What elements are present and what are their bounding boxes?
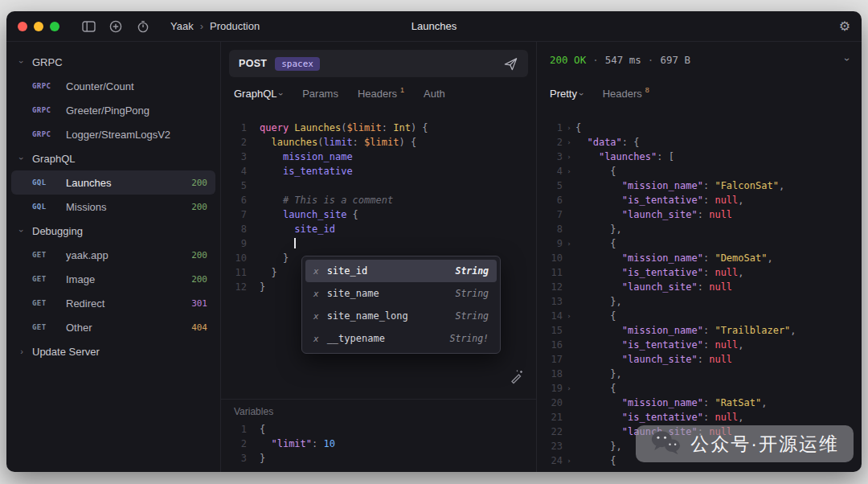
line-number: 2 xyxy=(542,135,563,150)
line-number: 20 xyxy=(542,396,563,410)
sidebar-item-missions[interactable]: GQLMissions200 xyxy=(11,195,215,219)
line-number: 3 xyxy=(226,451,247,466)
fold-chevron-icon[interactable]: › xyxy=(563,121,575,135)
tab-headers[interactable]: Headers1 xyxy=(358,88,404,100)
code-line: 5 xyxy=(226,178,536,193)
response-time: 547 ms xyxy=(605,54,641,66)
code-line: 3› "launches": [ xyxy=(542,150,862,164)
chevron-down-icon: › xyxy=(17,227,27,235)
tab-params[interactable]: Params xyxy=(302,88,338,100)
history-timer-icon[interactable] xyxy=(132,17,154,36)
fold-chevron-icon[interactable]: › xyxy=(563,309,575,323)
breadcrumb[interactable]: Yaak › Production xyxy=(170,20,260,32)
fold-gutter xyxy=(563,396,575,410)
code-line: 8 site_id xyxy=(226,222,536,236)
response-size: 697 B xyxy=(660,54,690,66)
status-code-badge: 404 xyxy=(191,322,207,333)
fold-chevron-icon[interactable]: › xyxy=(563,381,575,396)
code-line: 6 # This is a comment xyxy=(226,193,536,207)
fold-chevron-icon[interactable]: › xyxy=(563,135,575,150)
line-number: 1 xyxy=(542,121,563,135)
sidebar-group-grpc[interactable]: ›GRPC xyxy=(11,50,215,74)
tab-headers[interactable]: Headers8 xyxy=(603,88,649,100)
fold-gutter xyxy=(563,294,575,309)
line-number: 7 xyxy=(542,207,563,222)
sidebar-item-yaak-app[interactable]: GETyaak.app200 xyxy=(11,243,215,267)
variables-editor[interactable]: 1{2 "limit": 103} xyxy=(221,420,536,466)
workspace-name: Production xyxy=(210,20,260,32)
response-history-chevron-icon[interactable]: › xyxy=(845,54,849,65)
status-code-badge: 200 xyxy=(191,202,207,212)
close-button[interactable] xyxy=(18,22,27,31)
autocomplete-item-typename[interactable]: x__typenameString! xyxy=(305,327,497,350)
send-button[interactable] xyxy=(503,56,518,72)
status-code-badge: 200 xyxy=(191,250,207,260)
autocomplete-item-site-id[interactable]: xsite_idString xyxy=(305,260,497,282)
tab-pretty[interactable]: Pretty› xyxy=(550,88,583,100)
fold-gutter xyxy=(247,265,260,280)
fold-chevron-icon[interactable]: › xyxy=(563,164,575,178)
sidebar-item-greeter-pingpong[interactable]: GRPCGreeter/PingPong xyxy=(11,98,215,122)
sidebar-toggle-icon[interactable] xyxy=(77,17,100,36)
line-number: 1 xyxy=(226,121,247,135)
zoom-button[interactable] xyxy=(50,22,59,31)
autocomplete-item-site-name-long[interactable]: xsite_name_longString xyxy=(305,305,497,327)
sidebar-group-label: Update Server xyxy=(32,346,100,358)
code-line: 17 "launch_site": null xyxy=(542,352,862,367)
app-name: Yaak xyxy=(170,20,194,32)
sidebar-item-redirect[interactable]: GETRedirect301 xyxy=(11,291,215,315)
request-method-tag: GET xyxy=(32,323,59,331)
minimize-button[interactable] xyxy=(34,22,43,31)
fold-chevron-icon[interactable]: › xyxy=(563,453,575,468)
autocomplete-type: String xyxy=(455,265,489,277)
request-method-tag: GET xyxy=(32,251,59,259)
sidebar-item-launches[interactable]: GQLLaunches200 xyxy=(11,170,215,195)
request-url-bar[interactable]: POST spacex xyxy=(229,50,528,77)
new-request-icon[interactable] xyxy=(104,17,127,36)
sidebar-group-graphql[interactable]: ›GraphQL xyxy=(11,146,215,170)
sidebar-item-logger-streamlogsv2[interactable]: GRPCLogger/StreamLogsV2 xyxy=(11,122,215,146)
breadcrumb-chevron: › xyxy=(200,20,203,32)
request-method-tag: GET xyxy=(32,299,59,307)
response-body-viewer[interactable]: 1›{2› "data": {3› "launches": [4› {5 "mi… xyxy=(537,109,862,472)
line-number: 24 xyxy=(542,453,563,468)
autocomplete-label: site_name_long xyxy=(327,310,408,322)
status-code-badge: 301 xyxy=(191,298,207,309)
line-number: 11 xyxy=(542,265,563,280)
sidebar-group-debugging[interactable]: ›Debugging xyxy=(11,219,215,243)
line-number: 9 xyxy=(226,236,247,251)
request-pane: POST spacex GraphQL›ParamsHeaders1Auth 1… xyxy=(221,42,537,472)
code-line: 6 "is_tentative": null, xyxy=(542,193,862,207)
fold-gutter xyxy=(247,437,260,451)
field-type-icon: x xyxy=(313,334,319,344)
fold-gutter xyxy=(563,352,575,367)
tab-graphql[interactable]: GraphQL› xyxy=(234,88,283,100)
chevron-down-icon: › xyxy=(17,154,27,162)
line-number: 8 xyxy=(226,222,247,236)
settings-gear-icon[interactable]: ⚙ xyxy=(839,18,850,34)
format-wand-icon[interactable] xyxy=(509,368,525,387)
line-number: 21 xyxy=(542,410,563,425)
request-method-tag: GRPC xyxy=(32,82,59,90)
code-line: 10 "mission_name": "DemoSat", xyxy=(542,251,862,265)
fold-gutter xyxy=(247,207,260,222)
fold-chevron-icon[interactable]: › xyxy=(563,150,575,164)
code-line: 7 launch_site { xyxy=(226,207,536,222)
app-window: Yaak › Production Launches ⚙ ›GRPCGRPCCo… xyxy=(6,11,862,472)
line-number: 10 xyxy=(226,251,247,265)
code-line: 8 }, xyxy=(542,222,862,236)
graphql-editor[interactable]: 1query Launches($limit: Int) {2 launches… xyxy=(221,109,536,399)
fold-chevron-icon[interactable]: › xyxy=(563,236,575,251)
tab-auth[interactable]: Auth xyxy=(424,88,445,100)
sidebar-item-counter-count[interactable]: GRPCCounter/Count xyxy=(11,74,215,98)
sidebar-group-update-server[interactable]: ›Update Server xyxy=(11,339,215,363)
autocomplete-item-site-name[interactable]: xsite_nameString xyxy=(305,282,497,305)
sidebar-item-image[interactable]: GETImage200 xyxy=(11,267,215,291)
fold-gutter xyxy=(563,323,575,338)
autocomplete-type: String xyxy=(455,288,489,299)
tab-label: Headers xyxy=(358,88,397,100)
tab-label: GraphQL xyxy=(234,88,276,100)
sidebar-item-other[interactable]: GETOther404 xyxy=(11,315,215,339)
line-number: 10 xyxy=(542,251,563,265)
tab-label: Pretty xyxy=(550,88,577,100)
